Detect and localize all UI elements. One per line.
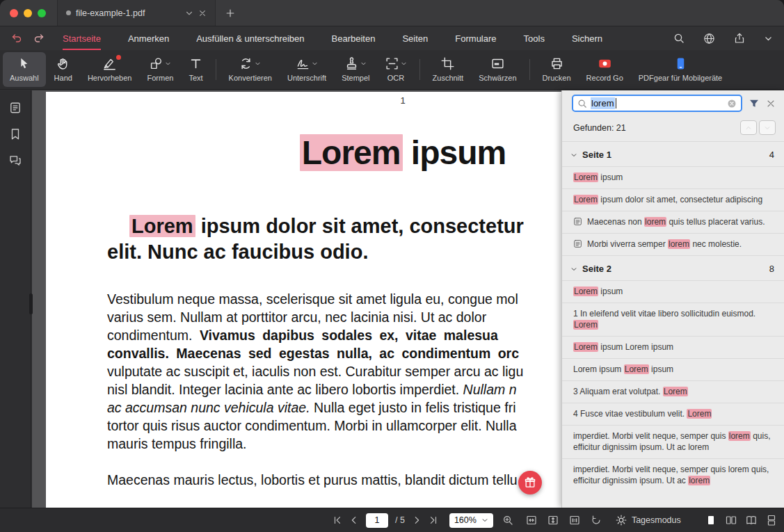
search-result-item[interactable]: imperdiet. Morbi velit neque, semper qui… [562, 458, 784, 492]
search-results-list: Seite 14Lorem ipsumLorem ipsum dolor sit… [562, 141, 784, 508]
fullscreen-window-button[interactable] [38, 9, 46, 17]
toolbar-zuschnitt-button[interactable]: Zuschnitt [426, 52, 471, 87]
page-navigation: 1 / 5 [333, 513, 438, 528]
text-run: Nulla eget justo in felis tristique fri [310, 400, 516, 415]
rotate-view-icon[interactable] [591, 515, 602, 526]
ribbon-bar: StartseiteAnmerkenAusfüllen & unterschre… [0, 26, 784, 50]
toolbar-drucken-button[interactable]: Drucken [536, 52, 578, 87]
ribbon-tab-anmerken[interactable]: Anmerken [128, 26, 169, 50]
next-result-button[interactable] [759, 120, 776, 135]
ribbon-tab-sichern[interactable]: Sichern [572, 26, 602, 50]
ribbon-tab-formulare[interactable]: Formulare [455, 26, 496, 50]
search-result-item[interactable]: imperdiet. Morbi velit neque, semper qui… [562, 425, 784, 458]
zoom-value: 160% [454, 515, 477, 525]
search-result-item[interactable]: Lorem ipsum dolor sit amet, consectetur … [562, 188, 784, 211]
book-view-icon[interactable] [746, 515, 757, 526]
toolbar-hand-button[interactable]: Hand [47, 52, 79, 87]
search-result-item[interactable]: Lorem ipsum [562, 280, 784, 303]
bookmarks-panel-icon[interactable] [9, 128, 22, 140]
new-tab-button[interactable] [225, 8, 235, 18]
close-window-button[interactable] [10, 9, 18, 17]
results-section-header-seite-2[interactable]: Seite 28 [562, 255, 784, 280]
next-page-button[interactable] [412, 515, 422, 525]
toolbar-record-go-button[interactable]: Record Go [579, 52, 630, 87]
comments-panel-icon[interactable] [9, 154, 22, 167]
ribbon-tab-ausfüllen-unterschreiben[interactable]: Ausfüllen & unterschreiben [196, 26, 304, 50]
toolbar-unterschrift-button[interactable]: Unterschrift [280, 52, 333, 87]
result-text: Lorem ipsum dolor sit amet, consectetur … [573, 194, 762, 205]
search-result-item[interactable]: Lorem ipsum Lorem ipsum [562, 336, 784, 358]
ribbon-tab-tools[interactable]: Tools [524, 26, 545, 50]
search-toggle-icon[interactable] [673, 33, 685, 44]
share-icon[interactable] [734, 33, 745, 44]
toolbar-stempel-button[interactable]: Stempel [335, 52, 376, 87]
toolbar-hervorheben-button[interactable]: Hervorheben [81, 52, 139, 87]
fit-width-icon[interactable] [547, 515, 559, 526]
content-area: 1 Lorem ipsum Lorem ipsum dolor sit amet… [0, 90, 784, 508]
tab-close-icon[interactable] [198, 9, 207, 17]
results-section-header-seite-1[interactable]: Seite 14 [562, 142, 784, 166]
result-text: Maecenas non lorem quis tellus placerat … [587, 216, 765, 227]
clear-search-icon[interactable] [727, 99, 737, 108]
toolbar-ocr-button[interactable]: OCR [378, 52, 414, 87]
search-result-item[interactable]: Maecenas non lorem quis tellus placerat … [562, 211, 784, 233]
result-run: ipsum [649, 364, 673, 374]
toolbar-button-label: Hand [54, 74, 72, 82]
result-text: imperdiet. Morbi velit neque, semper qui… [573, 430, 774, 453]
toolbar-formen-button[interactable]: Formen [140, 52, 180, 87]
search-result-item[interactable]: Morbi viverra semper lorem nec molestie. [562, 233, 784, 255]
ribbon-tab-startseite[interactable]: Startseite [63, 26, 101, 50]
section-chevron-icon [570, 266, 577, 273]
toolbar-schwärzen-button[interactable]: Schwärzen [472, 52, 523, 87]
single-page-view-icon[interactable] [705, 515, 717, 526]
record-icon [598, 57, 611, 70]
sidebar-resize-handle[interactable] [29, 293, 33, 314]
text-run: Maecenas mauris lectus, lobortis et puru… [107, 472, 518, 487]
result-text: Lorem ipsum Lorem ipsum [573, 364, 673, 375]
last-page-button[interactable] [429, 515, 438, 525]
previous-page-button[interactable] [349, 515, 359, 525]
redo-button[interactable] [33, 33, 45, 44]
continuous-scroll-icon[interactable] [766, 515, 777, 526]
result-run: 4 Fusce vitae vestibulum velit. [573, 409, 687, 419]
close-search-panel-icon[interactable] [766, 99, 776, 108]
document-tab[interactable]: file-example-1.pdf [57, 0, 216, 26]
two-page-view-icon[interactable] [726, 515, 737, 526]
result-run: ipsum [598, 172, 623, 182]
search-result-item[interactable]: Lorem ipsum [562, 166, 784, 188]
ribbon-tab-seiten[interactable]: Seiten [402, 26, 428, 50]
undo-button[interactable] [11, 33, 22, 44]
toolbar-button-label: PDFgear für Mobilgeräte [639, 74, 722, 82]
search-result-item[interactable]: Lorem ipsum Lorem ipsum [562, 358, 784, 380]
toolbar-text-button[interactable]: Text [182, 52, 209, 87]
toolbar-konvertieren-button[interactable]: Konvertieren [222, 52, 279, 87]
tab-chevron-down-icon[interactable] [185, 9, 193, 17]
page-number-input[interactable]: 1 [366, 513, 388, 528]
match-highlight: Lorem [573, 342, 598, 352]
search-result-item[interactable]: 1 In eleifend velit vitae libero sollici… [562, 303, 784, 336]
chevron-up-icon [745, 124, 752, 131]
search-result-item[interactable]: 4 Fusce vitae vestibulum velit. Lorem [562, 403, 784, 425]
language-icon[interactable] [703, 33, 715, 45]
page-total-label: / 5 [395, 515, 405, 525]
annotations-panel-icon[interactable] [9, 102, 22, 114]
notification-badge [116, 55, 121, 60]
search-result-item[interactable]: 3 Aliquam erat volutpat. Lorem [562, 380, 784, 403]
toolbar-pdfgear-für-mobilgeräte-button[interactable]: PDFgear für Mobilgeräte [632, 52, 729, 87]
collapse-ribbon-icon[interactable] [764, 34, 773, 43]
fit-page-icon[interactable] [526, 515, 537, 526]
ribbon-tab-bearbeiten[interactable]: Bearbeiten [332, 26, 376, 50]
previous-result-button[interactable] [740, 120, 757, 135]
toolbar-divider [216, 59, 216, 80]
toolbar-auswahl-button[interactable]: Auswahl [3, 52, 46, 87]
search-input[interactable]: lorem [572, 95, 742, 112]
zoom-tool-icon[interactable] [502, 515, 513, 526]
first-page-button[interactable] [333, 515, 342, 525]
promo-floating-button[interactable] [518, 471, 542, 494]
tab-title: file-example-1.pdf [76, 8, 180, 18]
actual-size-icon[interactable] [569, 515, 580, 526]
zoom-select[interactable]: 160% [449, 513, 493, 528]
filter-icon[interactable] [749, 98, 760, 109]
minimize-window-button[interactable] [24, 9, 32, 17]
day-mode-button[interactable]: Tagesmodus [616, 515, 681, 526]
